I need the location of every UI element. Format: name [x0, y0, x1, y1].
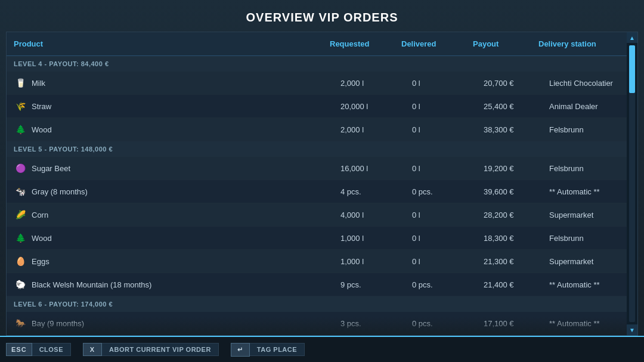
col-requested: Requested — [323, 37, 394, 51]
product-icon: 🐄 — [14, 185, 27, 198]
product-name: Milk — [32, 79, 45, 88]
table-row[interactable]: 🌲Wood1,000 l0 l18,300 €Felsbrunn — [7, 227, 637, 250]
product-icon: 🥚 — [14, 255, 27, 268]
level-header-2: LEVEL 6 - PAYOUT: 174,000 € — [7, 296, 637, 312]
table-row[interactable]: 🥛Milk2,000 l0 l20,700 €Liechti Chocolati… — [7, 72, 637, 95]
button-label-1[interactable]: ABORT CURRENT VIP ORDER — [102, 343, 219, 356]
product-cell: 🌾Straw — [7, 95, 333, 117]
table-wrapper: Product Requested Delivered Payout Deliv… — [6, 32, 638, 336]
cell-requested: 2,000 l — [333, 118, 405, 141]
cell-payout: 21,400 € — [476, 273, 542, 296]
scrollbar[interactable]: ▲ ▼ — [627, 32, 637, 335]
product-cell: 🌲Wood — [7, 227, 333, 249]
cell-station: ** Automatic ** — [542, 312, 637, 335]
cell-requested: 2,000 l — [333, 72, 405, 94]
cell-payout: 25,400 € — [476, 95, 542, 117]
key-badge-2: ↵ — [231, 343, 250, 357]
product-cell: 🐎Bay (9 months) — [7, 312, 333, 335]
product-name: Straw — [32, 102, 51, 111]
cell-station: Felsbrunn — [542, 118, 637, 141]
cell-delivered: 0 pcs. — [405, 312, 476, 335]
cell-station: Supermarket — [542, 203, 637, 226]
cell-delivered: 0 l — [405, 118, 476, 141]
cell-payout: 21,300 € — [476, 250, 542, 273]
cell-station: Liechti Chocolatier — [542, 72, 637, 94]
cell-delivered: 0 l — [405, 72, 476, 94]
cell-delivered: 0 l — [405, 250, 476, 273]
cell-delivered: 0 pcs. — [405, 273, 476, 296]
col-payout: Payout — [466, 37, 531, 51]
product-cell: 🌲Wood — [7, 118, 333, 141]
table-header: Product Requested Delivered Payout Deliv… — [7, 32, 637, 56]
table-body: LEVEL 4 - PAYOUT: 84,400 €🥛Milk2,000 l0 … — [7, 56, 637, 335]
product-cell: 🥚Eggs — [7, 250, 333, 273]
page-title: Overview VIP Orders — [0, 11, 644, 24]
product-icon: 🐎 — [14, 317, 27, 330]
product-name: Corn — [32, 211, 48, 219]
col-delivered: Delivered — [394, 37, 466, 51]
cell-station: ** Automatic ** — [542, 180, 637, 203]
cell-requested: 16,000 l — [333, 157, 405, 180]
title-bar: Overview VIP Orders — [0, 0, 644, 32]
product-icon: 🌲 — [14, 231, 27, 245]
cell-requested: 1,000 l — [333, 250, 405, 273]
cell-requested: 4 pcs. — [333, 180, 405, 203]
cell-requested: 4,000 l — [333, 203, 405, 226]
col-product: Product — [7, 37, 323, 51]
cell-delivered: 0 l — [405, 157, 476, 180]
button-label-0[interactable]: CLOSE — [32, 343, 71, 356]
cell-requested: 20,000 l — [333, 95, 405, 117]
key-badge-1: X — [83, 343, 102, 356]
cell-delivered: 0 l — [405, 95, 476, 117]
key-badge-0: ESC — [6, 343, 32, 356]
button-group-2: ↵TAG PLACE — [231, 343, 305, 357]
table-row[interactable]: 🐑Black Welsh Mountain (18 months)9 pcs.0… — [7, 273, 637, 296]
product-cell: 🐄Gray (8 months) — [7, 180, 333, 203]
product-cell: 🐑Black Welsh Mountain (18 months) — [7, 273, 333, 296]
cell-payout: 20,700 € — [476, 72, 542, 94]
col-delivery-station: Delivery station — [531, 37, 627, 51]
cell-delivered: 0 l — [405, 203, 476, 226]
cell-station: Felsbrunn — [542, 157, 637, 180]
cell-payout: 17,100 € — [476, 312, 542, 335]
scrollbar-track — [629, 45, 635, 322]
product-cell: 🌽Corn — [7, 203, 333, 226]
scroll-down-arrow[interactable]: ▼ — [627, 324, 637, 335]
button-group-1: XABORT CURRENT VIP ORDER — [83, 343, 219, 356]
cell-payout: 28,200 € — [476, 203, 542, 226]
table-row[interactable]: 🐄Gray (8 months)4 pcs.0 pcs.39,600 €** A… — [7, 180, 637, 203]
scroll-up-arrow[interactable]: ▲ — [627, 32, 637, 43]
button-label-2[interactable]: TAG PLACE — [250, 343, 305, 356]
level-header-1: LEVEL 5 - PAYOUT: 148,000 € — [7, 141, 637, 157]
main-container: Overview VIP Orders Product Requested De… — [0, 0, 644, 362]
product-icon: 🐑 — [14, 278, 27, 291]
table-row[interactable]: 🌾Straw20,000 l0 l25,400 €Animal Dealer — [7, 95, 637, 118]
table-row[interactable]: 🐎Bay (9 months)3 pcs.0 pcs.17,100 €** Au… — [7, 312, 637, 335]
cell-station: ** Automatic ** — [542, 273, 637, 296]
product-name: Black Welsh Mountain (18 months) — [32, 280, 151, 289]
cell-payout: 39,600 € — [476, 180, 542, 203]
bottom-bar: ESCCLOSEXABORT CURRENT VIP ORDER↵TAG PLA… — [0, 336, 644, 362]
cell-delivered: 0 pcs. — [405, 180, 476, 203]
cell-requested: 9 pcs. — [333, 273, 405, 296]
table-row[interactable]: 🌲Wood2,000 l0 l38,300 €Felsbrunn — [7, 118, 637, 141]
product-icon: 🌽 — [14, 208, 27, 221]
cell-requested: 1,000 l — [333, 227, 405, 249]
product-name: Bay (9 months) — [32, 319, 84, 328]
product-icon: 🌾 — [14, 100, 27, 113]
table-row[interactable]: 🥚Eggs1,000 l0 l21,300 €Supermarket — [7, 250, 637, 273]
product-cell: 🟣Sugar Beet — [7, 157, 333, 180]
product-icon: 🌲 — [14, 123, 27, 136]
table-row[interactable]: 🟣Sugar Beet16,000 l0 l19,200 €Felsbrunn — [7, 157, 637, 180]
product-name: Gray (8 months) — [32, 187, 88, 196]
button-group-0: ESCCLOSE — [6, 343, 71, 356]
cell-delivered: 0 l — [405, 227, 476, 249]
table-row[interactable]: 🌽Corn4,000 l0 l28,200 €Supermarket — [7, 203, 637, 227]
cell-payout: 38,300 € — [476, 118, 542, 141]
cell-payout: 19,200 € — [476, 157, 542, 180]
product-icon: 🟣 — [14, 162, 27, 175]
product-name: Wood — [32, 125, 52, 134]
cell-station: Felsbrunn — [542, 227, 637, 249]
cell-requested: 3 pcs. — [333, 312, 405, 335]
level-header-0: LEVEL 4 - PAYOUT: 84,400 € — [7, 56, 637, 72]
